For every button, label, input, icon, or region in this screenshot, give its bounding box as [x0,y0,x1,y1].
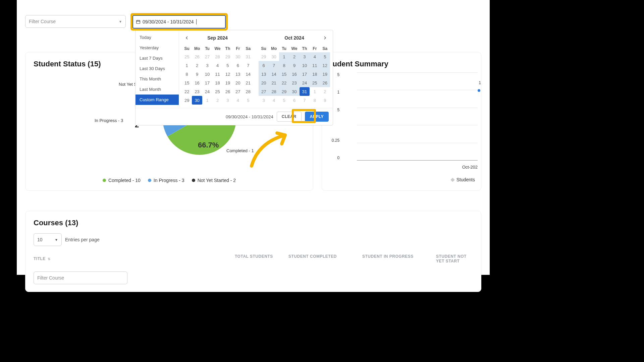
calendar-day[interactable]: 17 [202,78,212,87]
day-of-week: Mo [269,45,279,52]
calendar-day[interactable]: 12 [320,61,330,70]
calendar-day[interactable]: 13 [233,70,243,78]
calendar-day[interactable]: 21 [243,78,253,87]
filter-course-table[interactable]: Filter Course [34,272,127,284]
preset-item[interactable]: This Month [136,74,179,84]
calendar-day[interactable]: 4 [310,52,320,61]
col-completed[interactable]: STUDENT COMPLETED [288,254,362,263]
preset-item[interactable]: Last Month [136,84,179,95]
date-range-picker: TodayYesterdayLast 7 DaysLast 30 DaysThi… [135,30,333,125]
calendar-day[interactable]: 14 [269,70,279,78]
calendar-day[interactable]: 9 [289,61,299,70]
sort-icon: ⇅ [48,257,51,261]
calendar-day[interactable]: 30 [289,87,299,96]
diamond-icon [450,178,455,182]
preset-item[interactable]: Today [136,32,179,43]
calendar-day[interactable]: 31 [300,87,310,96]
entries-per-page-select[interactable]: 10 ▼ [34,233,62,246]
apply-button[interactable]: APPLY [305,112,329,122]
calendar-day[interactable]: 14 [243,70,253,78]
right-month-title: Oct 2024 [284,35,304,41]
calendar-day[interactable]: 3 [300,52,310,61]
calendar-day[interactable]: 13 [259,70,269,78]
col-title[interactable]: TITLE⇅ [34,254,235,263]
calendar-day[interactable]: 2 [289,52,299,61]
calendar-day[interactable]: 3 [202,61,212,70]
calendar-day[interactable]: 15 [279,70,289,78]
day-of-week: We [289,45,299,52]
calendar-day[interactable]: 18 [212,78,222,87]
calendar-left-grid: SuMoTuWeThFrSa25262728293031123456789101… [182,45,253,105]
calendar-day[interactable]: 5 [320,52,330,61]
status-legend: Completed - 10 In Progress - 3 Not Yet S… [34,178,305,183]
preset-item[interactable]: Last 7 Days [136,53,179,63]
calendar-day[interactable]: 22 [279,78,289,87]
next-month-button[interactable] [321,34,329,42]
calendar-day[interactable]: 28 [269,87,279,96]
calendar-day[interactable]: 8 [279,61,289,70]
day-of-week: Sa [320,45,330,52]
calendar-day[interactable]: 20 [233,78,243,87]
col-total[interactable]: TOTAL STUDENTS [235,254,288,263]
calendar-day[interactable]: 23 [192,87,202,96]
calendar-day[interactable]: 21 [269,78,279,87]
calendar-day[interactable]: 23 [289,78,299,87]
clear-button[interactable]: CLEAR [277,112,302,122]
calendar-day[interactable]: 27 [259,87,269,96]
calendar-day[interactable]: 16 [192,78,202,87]
calendar-day[interactable]: 5 [223,61,233,70]
calendar-day: 30 [269,52,279,61]
dot-icon [148,179,151,182]
day-of-week: We [212,45,222,52]
calendar-day[interactable]: 6 [233,61,243,70]
calendar-day[interactable]: 11 [310,61,320,70]
col-progress[interactable]: STUDENT IN PROGRESS [362,254,436,263]
date-range-input[interactable]: 09/30/2024 - 10/31/2024 [132,15,226,28]
calendar-day[interactable]: 29 [279,87,289,96]
calendar-day[interactable]: 20 [259,78,269,87]
calendar-day[interactable]: 22 [182,87,192,96]
calendar-day[interactable]: 1 [182,61,192,70]
col-notstart[interactable]: STUDENT NOT YET START [436,254,473,263]
calendar-day[interactable]: 10 [300,61,310,70]
calendar-day[interactable]: 24 [300,78,310,87]
calendar-day[interactable]: 9 [192,70,202,78]
filter-course-select[interactable]: Filter Course ▼ [25,15,126,28]
calendar-day[interactable]: 30 [192,96,202,105]
calendar-day[interactable]: 11 [212,70,222,78]
prev-month-button[interactable] [183,34,191,42]
calendar-day[interactable]: 7 [269,61,279,70]
summary-legend[interactable]: Students [451,177,475,182]
preset-item[interactable]: Custom Range [136,95,179,105]
calendar-day: 25 [182,52,192,61]
calendar-day[interactable]: 1 [279,52,289,61]
preset-item[interactable]: Yesterday [136,43,179,53]
calendar-day[interactable]: 6 [259,61,269,70]
legend-in-progress[interactable]: In Progress - 3 [148,178,184,183]
calendar-day[interactable]: 27 [233,87,243,96]
calendar-day: 30 [233,52,243,61]
calendar-day[interactable]: 4 [212,61,222,70]
legend-not-started[interactable]: Not Yet Started - 2 [192,178,236,183]
day-of-week: Tu [202,45,212,52]
calendar-day[interactable]: 12 [223,70,233,78]
preset-item[interactable]: Last 30 Days [136,63,179,74]
calendar-day[interactable]: 7 [243,61,253,70]
calendar-day[interactable]: 8 [182,70,192,78]
calendar-day[interactable]: 2 [192,61,202,70]
calendar-day[interactable]: 28 [243,87,253,96]
calendar-day[interactable]: 29 [182,96,192,105]
calendar-day[interactable]: 26 [320,78,330,87]
legend-completed[interactable]: Completed - 10 [103,178,141,183]
calendar-day[interactable]: 15 [182,78,192,87]
calendar-day[interactable]: 17 [300,70,310,78]
calendar-day[interactable]: 26 [223,87,233,96]
calendar-day[interactable]: 25 [310,78,320,87]
calendar-day[interactable]: 10 [202,70,212,78]
calendar-day[interactable]: 19 [320,70,330,78]
calendar-day[interactable]: 24 [202,87,212,96]
calendar-day[interactable]: 19 [223,78,233,87]
calendar-day[interactable]: 16 [289,70,299,78]
calendar-day[interactable]: 25 [212,87,222,96]
calendar-day[interactable]: 18 [310,70,320,78]
